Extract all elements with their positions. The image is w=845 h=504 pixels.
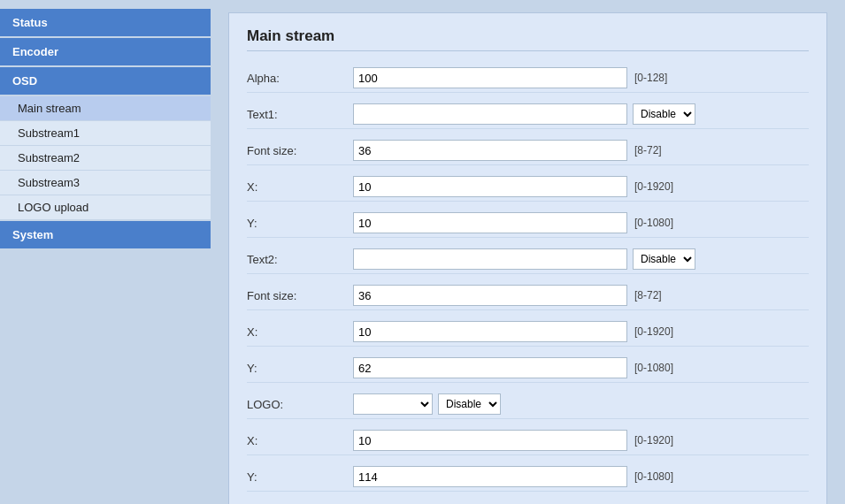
x2-hint: [0-1920] [634,325,673,338]
content-panel: Main stream Alpha: [0-128] Text1: Disabl… [228,12,827,504]
alpha-row: Alpha: [0-128] [247,64,809,93]
sidebar-section-status[interactable]: Status [0,9,211,36]
y2-input[interactable] [353,357,627,378]
x2-input[interactable] [353,321,627,342]
y2-row: Y: [0-1080] [247,354,809,383]
sidebar-section-encoder[interactable]: Encoder [0,38,211,65]
x2-row: X: [0-1920] [247,317,809,347]
fontsize1-input[interactable] [353,140,627,161]
alpha-label: Alpha: [247,72,353,85]
fontsize1-row: Font size: [8-72] [247,136,809,165]
sidebar-item-substream1[interactable]: Substream1 [0,121,211,145]
fontsize2-label: Font size: [247,289,353,302]
y2-label: Y: [247,362,353,375]
sidebar-section-osd[interactable]: OSD [0,67,211,95]
text1-label: Text1: [247,108,353,121]
x3-row: X: [0-1920] [247,426,809,455]
y1-input[interactable] [353,212,627,233]
text2-input[interactable] [353,248,627,270]
x2-label: X: [247,325,353,339]
fontsize2-input[interactable] [353,285,627,306]
fontsize1-hint: [8-72] [634,144,662,157]
page-title: Main stream [247,27,809,51]
sidebar-group-osd: OSD Main stream Substream1 Substream2 Su… [0,67,211,219]
logo-file-select[interactable] [353,393,433,415]
x3-label: X: [247,434,353,447]
text2-select[interactable]: Disable Enable [633,248,695,270]
y3-input[interactable] [353,466,627,487]
fontsize2-row: Font size: [8-72] [247,281,809,310]
fontsize1-label: Font size: [247,144,353,157]
y3-row: Y: [0-1080] [247,462,809,492]
sidebar-item-substream3[interactable]: Substream3 [0,171,211,195]
y1-label: Y: [247,217,353,230]
sidebar-item-logo-upload[interactable]: LOGO upload [0,195,211,219]
x1-hint: [0-1920] [634,180,673,193]
text2-row: Text2: Disable Enable [247,245,809,274]
x3-hint: [0-1920] [634,434,673,447]
y3-hint: [0-1080] [634,470,673,483]
y2-hint: [0-1080] [634,362,673,374]
sidebar-section-system[interactable]: System [0,221,211,248]
alpha-hint: [0-128] [634,72,667,84]
y1-hint: [0-1080] [634,217,673,229]
x1-input[interactable] [353,176,627,197]
sidebar-item-main-stream[interactable]: Main stream [0,96,211,120]
sidebar: Status Encoder OSD Main stream Substream… [0,0,211,504]
text2-label: Text2: [247,253,353,266]
fontsize2-hint: [8-72] [634,289,662,302]
x1-label: X: [247,180,353,194]
text1-input[interactable] [353,103,627,125]
logo-status-select[interactable]: Disable Enable [438,393,501,415]
sidebar-item-substream2[interactable]: Substream2 [0,146,211,170]
y1-row: Y: [0-1080] [247,209,809,238]
text1-row: Text1: Disable Enable [247,100,809,129]
logo-row: LOGO: Disable Enable [247,390,809,419]
text1-select[interactable]: Disable Enable [633,103,695,125]
x1-row: X: [0-1920] [247,172,809,202]
main-content: Main stream Alpha: [0-128] Text1: Disabl… [211,0,845,504]
logo-label: LOGO: [247,398,353,411]
alpha-input[interactable] [353,67,627,88]
y3-label: Y: [247,470,353,484]
x3-input[interactable] [353,430,627,451]
